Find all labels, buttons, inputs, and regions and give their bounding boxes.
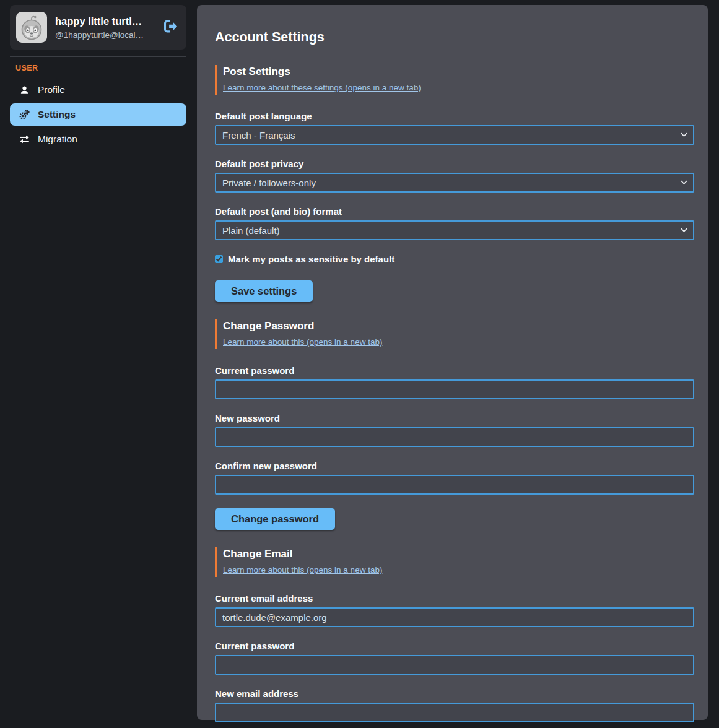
transfer-arrows-icon	[19, 135, 30, 144]
current-email-group: Current email address	[215, 593, 694, 627]
confirm-password-group: Confirm new password	[215, 461, 694, 495]
post-settings-title: Post Settings	[223, 66, 694, 78]
account-settings-panel: Account Settings Post Settings Learn mor…	[197, 5, 708, 720]
change-email-header: Change Email Learn more about this (open…	[215, 547, 694, 577]
change-password-title: Change Password	[223, 320, 694, 332]
nav-section-label: USER	[15, 64, 186, 72]
new-email-input[interactable]	[215, 703, 694, 722]
current-email-input[interactable]	[215, 607, 694, 627]
new-email-label: New email address	[215, 688, 694, 699]
user-card: happy little turtl… @1happyturtle@local…	[10, 5, 186, 50]
page-title: Account Settings	[215, 30, 694, 45]
default-language-label: Default post language	[215, 111, 694, 121]
sidebar-item-label: Profile	[38, 84, 65, 95]
default-language-select[interactable]: French - Français	[215, 125, 694, 145]
sidebar: happy little turtl… @1happyturtle@local……	[0, 0, 197, 728]
default-privacy-group: Default post privacy Private / followers…	[215, 158, 694, 193]
post-settings-section: Post Settings Learn more about these set…	[215, 65, 694, 302]
change-email-section: Change Email Learn more about this (open…	[215, 547, 694, 728]
current-password-group: Current password	[215, 365, 694, 399]
user-identity: happy little turtl… @1happyturtle@local…	[55, 15, 152, 40]
sloth-avatar	[16, 12, 47, 43]
email-current-password-label: Current password	[215, 641, 694, 651]
sidebar-item-migration[interactable]: Migration	[10, 128, 186, 150]
default-language-group: Default post language French - Français	[215, 111, 694, 145]
email-current-password-group: Current password	[215, 641, 694, 675]
sidebar-item-settings[interactable]: Settings	[10, 103, 186, 126]
default-privacy-select[interactable]: Private / followers-only	[215, 173, 694, 193]
email-current-password-input[interactable]	[215, 655, 694, 675]
sidebar-nav: Profile Settings	[10, 79, 186, 150]
confirm-password-label: Confirm new password	[215, 461, 694, 471]
app-root: happy little turtl… @1happyturtle@local……	[0, 0, 719, 728]
sensitive-checkbox[interactable]	[215, 255, 223, 263]
default-privacy-label: Default post privacy	[215, 158, 694, 169]
post-settings-learn-link[interactable]: Learn more about these settings (opens i…	[223, 83, 421, 92]
change-password-section: Change Password Learn more about this (o…	[215, 319, 694, 530]
new-password-input[interactable]	[215, 427, 694, 447]
default-format-group: Default post (and bio) format Plain (def…	[215, 206, 694, 240]
gears-icon	[19, 109, 30, 120]
new-password-group: New password	[215, 413, 694, 447]
post-settings-header: Post Settings Learn more about these set…	[215, 65, 694, 95]
user-handle: @1happyturtle@local…	[55, 30, 152, 40]
confirm-password-input[interactable]	[215, 475, 694, 495]
sidebar-divider	[10, 56, 186, 57]
sign-out-icon	[163, 20, 178, 35]
sidebar-item-profile[interactable]: Profile	[10, 79, 186, 101]
change-password-learn-link[interactable]: Learn more about this (opens in a new ta…	[223, 337, 382, 347]
default-format-select[interactable]: Plain (default)	[215, 220, 694, 240]
current-password-input[interactable]	[215, 379, 694, 399]
new-email-group: New email address	[215, 688, 694, 722]
change-email-title: Change Email	[223, 548, 694, 560]
user-display-name: happy little turtl…	[55, 15, 152, 27]
current-email-label: Current email address	[215, 593, 694, 604]
save-settings-button[interactable]: Save settings	[215, 280, 313, 302]
sidebar-item-label: Settings	[38, 109, 76, 120]
user-icon	[19, 85, 30, 95]
sensitive-checkbox-label[interactable]: Mark my posts as sensitive by default	[228, 254, 394, 264]
sensitive-checkbox-row: Mark my posts as sensitive by default	[215, 254, 694, 264]
new-password-label: New password	[215, 413, 694, 423]
change-email-learn-link[interactable]: Learn more about this (opens in a new ta…	[223, 565, 382, 574]
logout-button[interactable]	[162, 19, 179, 36]
change-password-button[interactable]: Change password	[215, 508, 335, 530]
current-password-label: Current password	[215, 365, 694, 376]
sidebar-item-label: Migration	[38, 134, 77, 145]
change-password-header: Change Password Learn more about this (o…	[215, 319, 694, 349]
default-format-label: Default post (and bio) format	[215, 206, 694, 217]
